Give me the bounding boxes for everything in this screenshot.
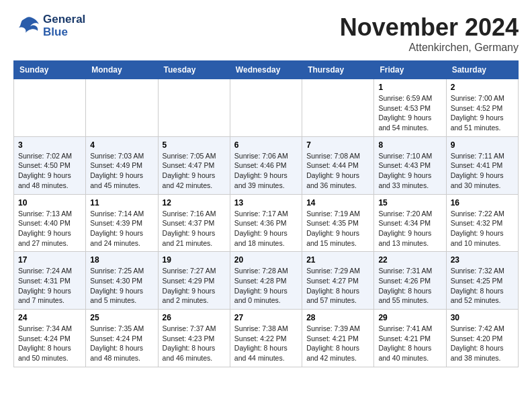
day-number: 26 [163, 313, 226, 322]
calendar-cell: 22Sunrise: 7:31 AMSunset: 4:26 PMDayligh… [374, 252, 446, 310]
page-header: General Blue November 2024 Attenkirchen,… [13, 13, 519, 54]
day-number: 10 [18, 198, 81, 208]
calendar-week-row: 10Sunrise: 7:13 AMSunset: 4:40 PMDayligh… [14, 194, 519, 252]
calendar-cell: 12Sunrise: 7:16 AMSunset: 4:37 PMDayligh… [158, 194, 230, 252]
day-info: Sunrise: 7:31 AMSunset: 4:26 PMDaylight:… [378, 266, 441, 306]
day-number: 18 [90, 255, 153, 265]
calendar-cell: 16Sunrise: 7:22 AMSunset: 4:32 PMDayligh… [446, 194, 518, 252]
calendar-cell [302, 79, 374, 137]
day-number: 6 [234, 140, 298, 150]
calendar-cell: 30Sunrise: 7:42 AMSunset: 4:20 PMDayligh… [446, 310, 518, 367]
day-number: 15 [378, 198, 441, 208]
day-info: Sunrise: 7:03 AMSunset: 4:49 PMDaylight:… [90, 151, 153, 191]
day-info: Sunrise: 6:59 AMSunset: 4:53 PMDaylight:… [378, 93, 441, 133]
column-header-monday: Monday [86, 61, 158, 79]
day-number: 17 [18, 255, 81, 265]
day-info: Sunrise: 7:34 AMSunset: 4:24 PMDaylight:… [18, 324, 81, 363]
day-number: 12 [163, 198, 226, 208]
day-number: 20 [234, 255, 298, 265]
calendar-cell: 26Sunrise: 7:37 AMSunset: 4:23 PMDayligh… [158, 310, 230, 367]
calendar-cell: 6Sunrise: 7:06 AMSunset: 4:46 PMDaylight… [230, 136, 302, 194]
day-info: Sunrise: 7:37 AMSunset: 4:23 PMDaylight:… [163, 324, 226, 363]
day-info: Sunrise: 7:29 AMSunset: 4:27 PMDaylight:… [306, 266, 369, 306]
calendar-cell [230, 79, 302, 137]
day-number: 16 [451, 198, 514, 208]
day-number: 28 [306, 313, 369, 322]
calendar-cell: 17Sunrise: 7:24 AMSunset: 4:31 PMDayligh… [14, 252, 86, 310]
calendar-cell: 3Sunrise: 7:02 AMSunset: 4:50 PMDaylight… [14, 136, 86, 194]
calendar-cell: 18Sunrise: 7:25 AMSunset: 4:30 PMDayligh… [86, 252, 158, 310]
day-number: 27 [234, 313, 298, 322]
day-number: 3 [18, 140, 81, 150]
logo-icon [13, 14, 40, 38]
calendar-cell: 23Sunrise: 7:32 AMSunset: 4:25 PMDayligh… [446, 252, 518, 310]
column-header-wednesday: Wednesday [230, 61, 302, 79]
day-number: 7 [306, 140, 369, 150]
calendar-cell: 8Sunrise: 7:10 AMSunset: 4:43 PMDaylight… [374, 136, 446, 194]
day-info: Sunrise: 7:39 AMSunset: 4:21 PMDaylight:… [306, 324, 369, 363]
calendar-cell: 7Sunrise: 7:08 AMSunset: 4:44 PMDaylight… [302, 136, 374, 194]
day-info: Sunrise: 7:16 AMSunset: 4:37 PMDaylight:… [163, 209, 226, 248]
column-header-thursday: Thursday [302, 61, 374, 79]
day-number: 11 [90, 198, 153, 208]
calendar-cell: 25Sunrise: 7:35 AMSunset: 4:24 PMDayligh… [86, 310, 158, 367]
day-info: Sunrise: 7:13 AMSunset: 4:40 PMDaylight:… [18, 209, 81, 248]
calendar-week-row: 1Sunrise: 6:59 AMSunset: 4:53 PMDaylight… [14, 79, 519, 137]
calendar-cell [14, 79, 86, 137]
calendar-table: SundayMondayTuesdayWednesdayThursdayFrid… [13, 60, 519, 367]
calendar-week-row: 3Sunrise: 7:02 AMSunset: 4:50 PMDaylight… [14, 136, 519, 194]
logo: General Blue [13, 13, 85, 38]
day-info: Sunrise: 7:00 AMSunset: 4:52 PMDaylight:… [451, 93, 514, 133]
calendar-cell: 10Sunrise: 7:13 AMSunset: 4:40 PMDayligh… [14, 194, 86, 252]
calendar-cell: 1Sunrise: 6:59 AMSunset: 4:53 PMDaylight… [374, 79, 446, 137]
calendar-cell: 11Sunrise: 7:14 AMSunset: 4:39 PMDayligh… [86, 194, 158, 252]
title-block: November 2024 Attenkirchen, Germany [340, 13, 519, 54]
day-info: Sunrise: 7:17 AMSunset: 4:36 PMDaylight:… [234, 209, 298, 248]
day-number: 22 [378, 255, 441, 265]
logo-text: General Blue [43, 13, 85, 38]
column-header-saturday: Saturday [446, 61, 518, 79]
day-info: Sunrise: 7:02 AMSunset: 4:50 PMDaylight:… [18, 151, 81, 191]
calendar-cell: 4Sunrise: 7:03 AMSunset: 4:49 PMDaylight… [86, 136, 158, 194]
day-info: Sunrise: 7:32 AMSunset: 4:25 PMDaylight:… [451, 266, 514, 306]
day-info: Sunrise: 7:05 AMSunset: 4:47 PMDaylight:… [163, 151, 226, 191]
calendar-cell: 29Sunrise: 7:41 AMSunset: 4:21 PMDayligh… [374, 310, 446, 367]
day-number: 30 [451, 313, 514, 322]
day-info: Sunrise: 7:25 AMSunset: 4:30 PMDaylight:… [90, 266, 153, 306]
day-info: Sunrise: 7:41 AMSunset: 4:21 PMDaylight:… [378, 324, 441, 363]
column-header-tuesday: Tuesday [158, 61, 230, 79]
calendar-cell [86, 79, 158, 137]
day-info: Sunrise: 7:22 AMSunset: 4:32 PMDaylight:… [451, 209, 514, 248]
column-header-friday: Friday [374, 61, 446, 79]
calendar-cell: 5Sunrise: 7:05 AMSunset: 4:47 PMDaylight… [158, 136, 230, 194]
day-info: Sunrise: 7:42 AMSunset: 4:20 PMDaylight:… [451, 324, 514, 363]
calendar-week-row: 17Sunrise: 7:24 AMSunset: 4:31 PMDayligh… [14, 252, 519, 310]
calendar-cell: 2Sunrise: 7:00 AMSunset: 4:52 PMDaylight… [446, 79, 518, 137]
day-info: Sunrise: 7:06 AMSunset: 4:46 PMDaylight:… [234, 151, 298, 191]
day-info: Sunrise: 7:08 AMSunset: 4:44 PMDaylight:… [306, 151, 369, 191]
day-number: 19 [163, 255, 226, 265]
day-number: 24 [18, 313, 81, 322]
day-info: Sunrise: 7:38 AMSunset: 4:22 PMDaylight:… [234, 324, 298, 363]
day-info: Sunrise: 7:14 AMSunset: 4:39 PMDaylight:… [90, 209, 153, 248]
day-number: 2 [451, 83, 514, 92]
day-number: 4 [90, 140, 153, 150]
calendar-cell: 27Sunrise: 7:38 AMSunset: 4:22 PMDayligh… [230, 310, 302, 367]
calendar-cell: 28Sunrise: 7:39 AMSunset: 4:21 PMDayligh… [302, 310, 374, 367]
calendar-week-row: 24Sunrise: 7:34 AMSunset: 4:24 PMDayligh… [14, 310, 519, 367]
calendar-cell: 14Sunrise: 7:19 AMSunset: 4:35 PMDayligh… [302, 194, 374, 252]
day-number: 14 [306, 198, 369, 208]
calendar-cell [158, 79, 230, 137]
day-info: Sunrise: 7:20 AMSunset: 4:34 PMDaylight:… [378, 209, 441, 248]
day-number: 21 [306, 255, 369, 265]
calendar-cell: 15Sunrise: 7:20 AMSunset: 4:34 PMDayligh… [374, 194, 446, 252]
day-number: 9 [451, 140, 514, 150]
calendar-cell: 24Sunrise: 7:34 AMSunset: 4:24 PMDayligh… [14, 310, 86, 367]
location: Attenkirchen, Germany [340, 42, 519, 54]
day-number: 13 [234, 198, 298, 208]
day-info: Sunrise: 7:28 AMSunset: 4:28 PMDaylight:… [234, 266, 298, 306]
calendar-cell: 21Sunrise: 7:29 AMSunset: 4:27 PMDayligh… [302, 252, 374, 310]
day-number: 8 [378, 140, 441, 150]
day-info: Sunrise: 7:19 AMSunset: 4:35 PMDaylight:… [306, 209, 369, 248]
calendar-cell: 13Sunrise: 7:17 AMSunset: 4:36 PMDayligh… [230, 194, 302, 252]
